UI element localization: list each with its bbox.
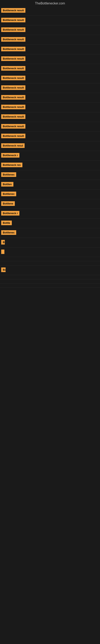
list-item: Bottle [0,218,100,228]
list-item: Bottleneck result [0,93,100,103]
list-item: Bo [0,266,100,275]
bottleneck-result-bar[interactable]: Bottleneck result [1,47,25,51]
list-item: Bottleneck result [0,64,100,74]
bottleneck-result-bar[interactable]: Bo [1,268,6,272]
list-item [0,257,100,261]
list-item: B [0,238,100,248]
bottleneck-result-bar[interactable]: Bottle [1,220,12,225]
list-item: Bottlenec [0,228,100,238]
list-item [0,284,100,288]
list-item: Bottlene [0,199,100,209]
list-item: Bottleneck result [0,25,100,35]
list-item: Bottleneck r [0,209,100,218]
bottleneck-result-bar[interactable]: Bottleneck result [1,76,25,80]
list-item [0,279,100,284]
list-item: Bottleneck result [0,122,100,132]
bottleneck-result-bar[interactable]: Bottleneck result [1,37,25,42]
bottleneck-result-bar[interactable]: Bottleneck result [1,66,25,71]
list-item: Bottleneck result [0,132,100,141]
bottleneck-result-bar[interactable]: Bottleneck resul [1,143,25,148]
bottleneck-result-bar[interactable] [1,250,4,254]
bottleneck-result-bar[interactable]: Bottleneck result [1,85,25,90]
bottleneck-result-bar[interactable]: Bottlen [1,182,13,186]
bottleneck-result-bar[interactable]: Bottleneck result [1,18,25,22]
bottleneck-result-bar[interactable]: Bottlenec [1,192,16,196]
list-item: Bottleneck resul [0,141,100,151]
bottleneck-result-bar[interactable]: Bottlenec [1,172,16,177]
bottleneck-result-bar[interactable]: Bottleneck r [1,153,19,158]
list-item: Bottleneck result [0,54,100,64]
bottleneck-result-bar[interactable]: Bottleneck res [1,162,22,167]
bottleneck-result-bar[interactable]: Bottleneck result [1,56,25,61]
list-item: Bottleneck result [0,74,100,83]
list-item: Bottleneck res [0,160,100,170]
list-item: Bottleneck result [0,16,100,25]
list-item: Bottleneck r [0,151,100,160]
list-item: Bottleneck result [0,35,100,45]
list-item: Bottlen [0,180,100,190]
list-item: Bottleneck result [0,45,100,54]
list-item: Bottlenec [0,190,100,199]
bottleneck-result-bar[interactable]: Bottleneck result [1,134,25,138]
list-item: Bottleneck result [0,103,100,112]
bottleneck-result-bar[interactable]: Bottleneck result [1,8,25,13]
bottleneck-result-bar[interactable]: Bottleneck result [1,95,25,100]
list-item: Bottleneck result [0,83,100,93]
bottleneck-result-bar[interactable]: Bottlenec [1,230,16,235]
bottleneck-result-bar[interactable]: Bottleneck result [1,124,25,128]
list-item [0,275,100,279]
bottleneck-result-bar[interactable]: Bottleneck result [1,114,25,119]
list-item [0,261,100,266]
bottleneck-result-bar[interactable]: Bottlene [1,201,15,206]
list-item: Bottleneck result [0,112,100,122]
bottleneck-result-bar[interactable]: Bottleneck result [1,105,25,109]
bottleneck-result-bar[interactable]: B [1,240,5,244]
bottleneck-result-bar[interactable]: Bottleneck r [1,211,19,216]
list-item: Bottleneck result [0,6,100,16]
bottleneck-result-bar[interactable]: Bottleneck result [1,27,25,32]
site-title: TheBottlenecker.com [0,0,100,6]
list-item [0,248,100,257]
list-item: Bottlenec [0,170,100,180]
